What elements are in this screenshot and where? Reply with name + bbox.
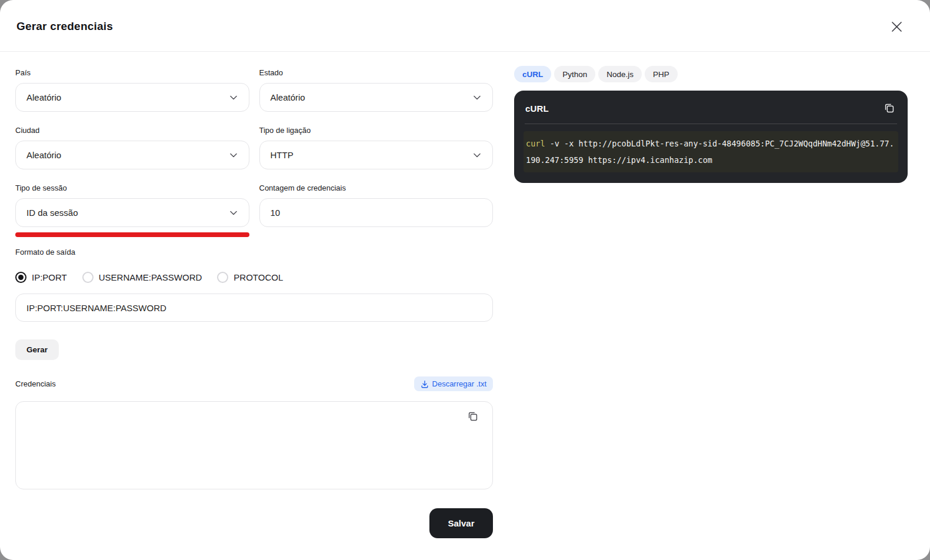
code-card: cURL curl -v -x http://pcobLdlPkt-res-an… (514, 91, 908, 183)
field-connection-type: Tipo de ligação HTTP (259, 126, 494, 169)
city-label: Ciudad (15, 126, 249, 135)
session-type-label: Tipo de sessão (15, 184, 249, 192)
credentials-textarea[interactable] (16, 402, 492, 489)
curl-command: curl -v -x http://pcobLdlPkt-res-any-sid… (524, 131, 898, 172)
output-format-label: Formato de saída (15, 248, 493, 256)
chevron-down-icon (229, 151, 238, 160)
dialog-content: País Aleatório Estado Aleatório Ciudad (0, 52, 930, 538)
code-body: curl -v -x http://pcobLdlPkt-res-any-sid… (514, 124, 908, 183)
connection-type-select[interactable]: HTTP (259, 141, 494, 169)
download-txt-button[interactable]: Descarregar .txt (414, 376, 493, 391)
field-state: Estado Aleatório (259, 68, 494, 112)
credentials-area (15, 401, 493, 489)
save-button[interactable]: Salvar (429, 508, 493, 538)
field-city: Ciudad Aleatório (15, 126, 249, 169)
chevron-down-icon (229, 93, 238, 102)
code-language-tabs: cURL Python Node.js PHP (514, 66, 908, 82)
code-card-title: cURL (525, 104, 549, 114)
generate-button[interactable]: Gerar (15, 339, 59, 360)
chevron-down-icon (229, 208, 238, 218)
copy-icon (883, 102, 896, 115)
state-label: Estado (259, 68, 494, 77)
radio-protocol[interactable]: PROTOCOL (217, 272, 283, 283)
credentials-header-row: Credenciais Descarregar .txt (15, 376, 493, 391)
country-select[interactable]: Aleatório (15, 83, 249, 112)
radio-username-password-label: USERNAME:PASSWORD (99, 272, 202, 282)
code-copy-button[interactable] (882, 101, 897, 116)
radio-icon (15, 272, 26, 283)
close-icon (891, 21, 902, 32)
credentials-form: País Aleatório Estado Aleatório Ciudad (15, 52, 493, 538)
dialog-header: Gerar credenciais (0, 0, 930, 52)
radio-icon (217, 272, 228, 283)
state-select-value: Aleatório (271, 92, 305, 102)
radio-ip-port[interactable]: IP:PORT (15, 272, 67, 283)
connection-type-select-value: HTTP (271, 150, 294, 160)
credentials-copy-button[interactable] (465, 409, 481, 424)
tab-nodejs[interactable]: Node.js (598, 66, 642, 82)
city-select[interactable]: Aleatório (15, 141, 249, 169)
field-session-type: Tipo de sessão ID da sessão (15, 184, 249, 237)
field-credential-count: Contagem de credenciais (259, 184, 494, 237)
output-format-radio-group: IP:PORT USERNAME:PASSWORD PROTOCOL (15, 272, 493, 283)
tab-curl[interactable]: cURL (514, 66, 551, 82)
radio-ip-port-label: IP:PORT (32, 272, 67, 282)
session-type-select-value: ID da sessão (26, 208, 78, 218)
session-type-error-bar (15, 232, 249, 237)
session-type-select[interactable]: ID da sessão (15, 198, 249, 227)
credential-count-label: Contagem de credenciais (259, 184, 494, 192)
code-keyword: curl (526, 139, 545, 148)
code-text: -v -x http://pcobLdlPkt-res-any-sid-4849… (526, 139, 894, 165)
country-label: País (15, 68, 249, 77)
generate-credentials-dialog: Gerar credenciais País Aleatório Estado (0, 0, 930, 560)
connection-type-label: Tipo de ligação (259, 126, 494, 135)
city-select-value: Aleatório (26, 150, 61, 160)
code-panel: cURL Python Node.js PHP cURL curl -v -x … (514, 52, 908, 538)
credentials-label: Credenciais (15, 379, 56, 388)
output-pattern-input[interactable] (15, 294, 493, 322)
save-row: Salvar (15, 508, 493, 538)
tab-python[interactable]: Python (554, 66, 595, 82)
copy-icon (466, 410, 479, 423)
radio-username-password[interactable]: USERNAME:PASSWORD (82, 272, 202, 283)
credential-count-input[interactable] (259, 198, 494, 227)
code-card-header: cURL (514, 91, 908, 124)
country-select-value: Aleatório (26, 92, 61, 102)
close-button[interactable] (889, 19, 904, 34)
tab-php[interactable]: PHP (645, 66, 678, 82)
download-txt-label: Descarregar .txt (432, 379, 486, 388)
field-country: País Aleatório (15, 68, 249, 112)
download-icon (421, 380, 429, 388)
dialog-title: Gerar credenciais (16, 20, 113, 32)
state-select[interactable]: Aleatório (259, 83, 494, 112)
chevron-down-icon (472, 93, 482, 102)
radio-icon (82, 272, 94, 283)
chevron-down-icon (472, 151, 482, 160)
radio-protocol-label: PROTOCOL (234, 272, 283, 282)
